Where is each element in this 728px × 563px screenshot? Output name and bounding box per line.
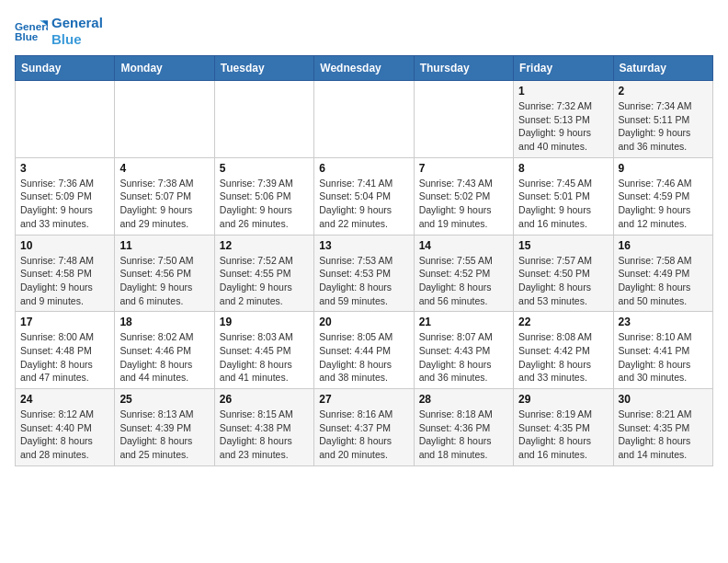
table-row: 7Sunrise: 7:43 AM Sunset: 5:02 PM Daylig…	[414, 157, 513, 235]
table-row: 29Sunrise: 8:19 AM Sunset: 4:35 PM Dayli…	[514, 389, 613, 466]
day-number: 25	[119, 393, 209, 406]
day-number: 29	[518, 393, 608, 406]
table-row: 15Sunrise: 7:57 AM Sunset: 4:50 PM Dayli…	[514, 235, 613, 312]
table-row: 6Sunrise: 7:41 AM Sunset: 5:04 PM Daylig…	[314, 157, 414, 235]
day-number: 21	[419, 316, 508, 328]
day-info: Sunrise: 8:12 AM Sunset: 4:40 PM Dayligh…	[20, 408, 109, 462]
logo-general: General	[51, 15, 103, 30]
logo-blue: Blue	[51, 31, 82, 47]
day-info: Sunrise: 7:38 AM Sunset: 5:07 PM Dayligh…	[119, 177, 209, 231]
title-area	[103, 15, 713, 17]
table-row: 9Sunrise: 7:46 AM Sunset: 4:59 PM Daylig…	[613, 157, 712, 235]
table-row: 11Sunrise: 7:50 AM Sunset: 4:56 PM Dayli…	[115, 235, 214, 312]
table-row: 2Sunrise: 7:34 AM Sunset: 5:11 PM Daylig…	[613, 81, 712, 158]
col-thursday: Thursday	[414, 56, 513, 81]
day-info: Sunrise: 7:48 AM Sunset: 4:58 PM Dayligh…	[20, 254, 109, 308]
day-info: Sunrise: 7:50 AM Sunset: 4:56 PM Dayligh…	[119, 254, 209, 308]
calendar-header-row: Sunday Monday Tuesday Wednesday Thursday…	[16, 56, 713, 81]
day-number: 11	[119, 239, 209, 252]
calendar-week-row: 1Sunrise: 7:32 AM Sunset: 5:13 PM Daylig…	[16, 81, 713, 158]
day-info: Sunrise: 8:07 AM Sunset: 4:43 PM Dayligh…	[419, 330, 508, 385]
day-info: Sunrise: 8:13 AM Sunset: 4:39 PM Dayligh…	[119, 408, 209, 462]
table-row	[214, 81, 313, 158]
day-number: 23	[619, 316, 708, 328]
day-info: Sunrise: 8:15 AM Sunset: 4:38 PM Dayligh…	[220, 408, 309, 462]
day-info: Sunrise: 7:52 AM Sunset: 4:55 PM Dayligh…	[220, 254, 309, 308]
col-monday: Monday	[115, 56, 214, 81]
calendar-week-row: 3Sunrise: 7:36 AM Sunset: 5:09 PM Daylig…	[16, 157, 713, 235]
col-friday: Friday	[514, 56, 613, 81]
table-row: 5Sunrise: 7:39 AM Sunset: 5:06 PM Daylig…	[214, 157, 313, 235]
table-row: 3Sunrise: 7:36 AM Sunset: 5:09 PM Daylig…	[16, 157, 115, 235]
day-info: Sunrise: 8:21 AM Sunset: 4:35 PM Dayligh…	[619, 408, 708, 462]
day-info: Sunrise: 8:08 AM Sunset: 4:42 PM Dayligh…	[518, 330, 608, 385]
day-number: 17	[20, 316, 109, 328]
day-info: Sunrise: 7:36 AM Sunset: 5:09 PM Dayligh…	[20, 177, 109, 231]
day-number: 22	[518, 316, 608, 328]
day-number: 27	[319, 393, 408, 406]
col-tuesday: Tuesday	[214, 56, 313, 81]
table-row: 18Sunrise: 8:02 AM Sunset: 4:46 PM Dayli…	[115, 312, 214, 389]
day-info: Sunrise: 7:58 AM Sunset: 4:49 PM Dayligh…	[619, 254, 708, 308]
day-number: 2	[619, 85, 708, 98]
day-number: 10	[20, 239, 109, 252]
table-row	[414, 81, 513, 158]
table-row: 8Sunrise: 7:45 AM Sunset: 5:01 PM Daylig…	[514, 157, 613, 235]
day-info: Sunrise: 7:39 AM Sunset: 5:06 PM Dayligh…	[220, 177, 309, 231]
day-info: Sunrise: 8:19 AM Sunset: 4:35 PM Dayligh…	[518, 408, 608, 462]
day-number: 15	[518, 239, 608, 252]
day-number: 9	[619, 162, 708, 175]
table-row: 26Sunrise: 8:15 AM Sunset: 4:38 PM Dayli…	[214, 389, 313, 466]
day-info: Sunrise: 8:02 AM Sunset: 4:46 PM Dayligh…	[119, 330, 209, 385]
table-row: 10Sunrise: 7:48 AM Sunset: 4:58 PM Dayli…	[16, 235, 115, 312]
day-info: Sunrise: 8:00 AM Sunset: 4:48 PM Dayligh…	[20, 330, 109, 385]
day-info: Sunrise: 8:16 AM Sunset: 4:37 PM Dayligh…	[319, 408, 408, 462]
day-info: Sunrise: 7:41 AM Sunset: 5:04 PM Dayligh…	[319, 177, 408, 231]
day-info: Sunrise: 7:46 AM Sunset: 4:59 PM Dayligh…	[619, 177, 708, 231]
day-number: 30	[619, 393, 708, 406]
calendar-table: Sunday Monday Tuesday Wednesday Thursday…	[15, 55, 713, 466]
svg-text:Blue: Blue	[15, 30, 39, 42]
day-info: Sunrise: 7:34 AM Sunset: 5:11 PM Dayligh…	[619, 99, 708, 154]
col-wednesday: Wednesday	[314, 56, 414, 81]
table-row: 1Sunrise: 7:32 AM Sunset: 5:13 PM Daylig…	[514, 81, 613, 158]
day-number: 19	[220, 316, 309, 328]
col-sunday: Sunday	[16, 56, 115, 81]
logo: General Blue General Blue	[15, 15, 103, 48]
table-row: 14Sunrise: 7:55 AM Sunset: 4:52 PM Dayli…	[414, 235, 513, 312]
day-info: Sunrise: 7:43 AM Sunset: 5:02 PM Dayligh…	[419, 177, 508, 231]
table-row: 23Sunrise: 8:10 AM Sunset: 4:41 PM Dayli…	[613, 312, 712, 389]
table-row: 17Sunrise: 8:00 AM Sunset: 4:48 PM Dayli…	[16, 312, 115, 389]
day-number: 28	[419, 393, 508, 406]
day-number: 18	[119, 316, 209, 328]
table-row: 25Sunrise: 8:13 AM Sunset: 4:39 PM Dayli…	[115, 389, 214, 466]
table-row: 22Sunrise: 8:08 AM Sunset: 4:42 PM Dayli…	[514, 312, 613, 389]
table-row	[314, 81, 414, 158]
table-row: 21Sunrise: 8:07 AM Sunset: 4:43 PM Dayli…	[414, 312, 513, 389]
day-info: Sunrise: 8:10 AM Sunset: 4:41 PM Dayligh…	[619, 330, 708, 385]
day-number: 13	[319, 239, 408, 252]
calendar-week-row: 17Sunrise: 8:00 AM Sunset: 4:48 PM Dayli…	[16, 312, 713, 389]
table-row: 27Sunrise: 8:16 AM Sunset: 4:37 PM Dayli…	[314, 389, 414, 466]
col-saturday: Saturday	[613, 56, 712, 81]
day-number: 20	[319, 316, 408, 328]
day-number: 12	[220, 239, 309, 252]
table-row: 4Sunrise: 7:38 AM Sunset: 5:07 PM Daylig…	[115, 157, 214, 235]
day-number: 1	[518, 85, 608, 98]
day-number: 26	[220, 393, 309, 406]
day-number: 5	[220, 162, 309, 175]
day-number: 7	[419, 162, 508, 175]
day-info: Sunrise: 7:57 AM Sunset: 4:50 PM Dayligh…	[518, 254, 608, 308]
day-info: Sunrise: 7:53 AM Sunset: 4:53 PM Dayligh…	[319, 254, 408, 308]
day-info: Sunrise: 8:18 AM Sunset: 4:36 PM Dayligh…	[419, 408, 508, 462]
table-row: 24Sunrise: 8:12 AM Sunset: 4:40 PM Dayli…	[16, 389, 115, 466]
day-info: Sunrise: 8:03 AM Sunset: 4:45 PM Dayligh…	[220, 330, 309, 385]
table-row: 16Sunrise: 7:58 AM Sunset: 4:49 PM Dayli…	[613, 235, 712, 312]
calendar-week-row: 24Sunrise: 8:12 AM Sunset: 4:40 PM Dayli…	[16, 389, 713, 466]
day-info: Sunrise: 7:55 AM Sunset: 4:52 PM Dayligh…	[419, 254, 508, 308]
day-number: 8	[518, 162, 608, 175]
table-row	[16, 81, 115, 158]
day-number: 3	[20, 162, 109, 175]
day-number: 24	[20, 393, 109, 406]
day-number: 14	[419, 239, 508, 252]
